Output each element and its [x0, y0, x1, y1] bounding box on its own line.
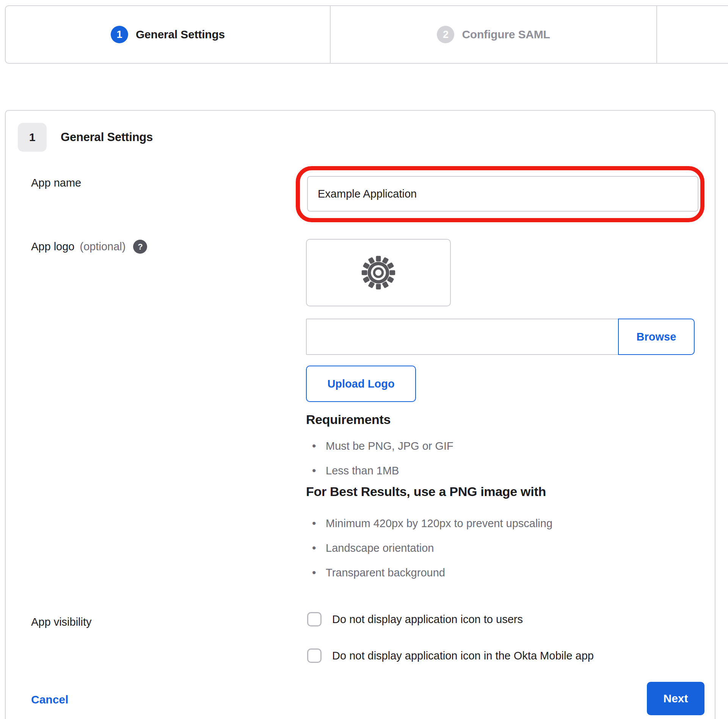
- step-2-circle: 2: [437, 26, 454, 43]
- app-visibility-label: App visibility: [31, 616, 92, 628]
- gear-icon: [361, 255, 396, 290]
- logo-file-row: Browse: [306, 319, 695, 355]
- stepper-spacer: [657, 6, 728, 63]
- app-visibility-option-2: Do not display application icon in the O…: [307, 648, 594, 663]
- step-configure-saml[interactable]: 2 Configure SAML: [331, 6, 657, 63]
- requirement-item: Must be PNG, JPG or GIF: [306, 440, 453, 452]
- step-general-settings[interactable]: 1 General Settings: [6, 6, 331, 63]
- best-results-title: For Best Results, use a PNG image with: [306, 484, 546, 499]
- browse-button[interactable]: Browse: [618, 319, 695, 355]
- app-logo-optional-text: (optional): [80, 240, 126, 253]
- app-name-label: App name: [31, 177, 81, 189]
- hide-icon-users-checkbox[interactable]: [307, 612, 322, 626]
- section-title: General Settings: [61, 123, 153, 152]
- requirement-item: Less than 1MB: [306, 465, 453, 477]
- next-button[interactable]: Next: [647, 682, 704, 715]
- best-results-list: Minimum 420px by 120px to prevent upscal…: [306, 517, 552, 591]
- hide-icon-mobile-checkbox[interactable]: [307, 648, 322, 663]
- general-settings-panel: 1 General Settings App name App logo (op…: [5, 110, 715, 719]
- best-results-item: Minimum 420px by 120px to prevent upscal…: [306, 517, 552, 530]
- app-logo-label: App logo (optional) ?: [31, 240, 147, 254]
- app-name-input[interactable]: [307, 176, 698, 212]
- step-1-circle: 1: [111, 26, 128, 43]
- logo-preview-box: [306, 239, 451, 306]
- step-1-label: General Settings: [136, 28, 225, 41]
- best-results-item: Transparent background: [306, 567, 552, 579]
- hide-icon-mobile-label: Do not display application icon in the O…: [332, 650, 594, 662]
- app-logo-label-text: App logo: [31, 240, 75, 253]
- section-number-badge: 1: [18, 123, 47, 152]
- best-results-item: Landscape orientation: [306, 542, 552, 554]
- logo-file-path-input[interactable]: [306, 319, 618, 355]
- upload-logo-button[interactable]: Upload Logo: [306, 366, 416, 402]
- wizard-stepper: 1 General Settings 2 Configure SAML: [5, 5, 728, 64]
- cancel-link[interactable]: Cancel: [31, 693, 68, 706]
- requirements-title: Requirements: [306, 412, 391, 427]
- help-icon[interactable]: ?: [133, 240, 147, 254]
- hide-icon-users-label: Do not display application icon to users: [332, 613, 523, 626]
- requirements-list: Must be PNG, JPG or GIF Less than 1MB: [306, 440, 453, 489]
- app-visibility-option-1: Do not display application icon to users: [307, 612, 523, 626]
- step-2-label: Configure SAML: [462, 28, 550, 41]
